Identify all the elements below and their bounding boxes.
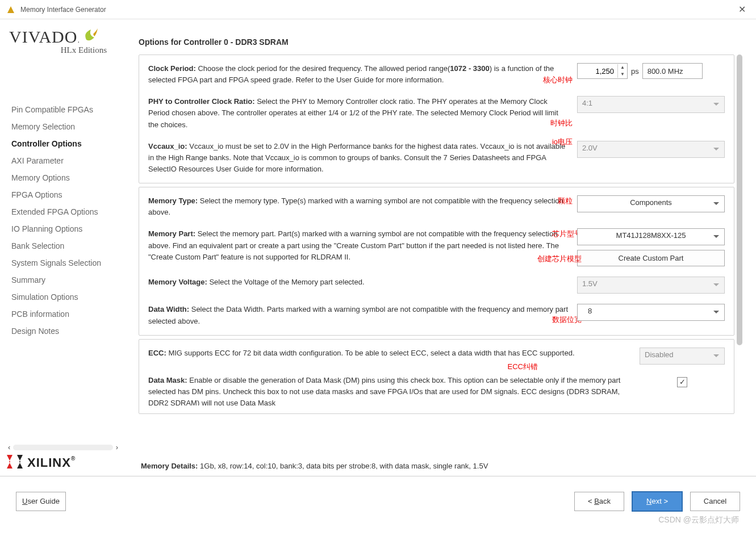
app-icon bbox=[6, 5, 16, 15]
clock-period-input[interactable] bbox=[578, 65, 617, 78]
data-mask-checkbox[interactable]: ✓ bbox=[677, 377, 687, 387]
ecc-select[interactable]: Disabled bbox=[640, 348, 725, 365]
chevron-right-icon[interactable]: › bbox=[115, 443, 119, 451]
clock-period-spinner[interactable]: ▲▼ bbox=[577, 63, 628, 79]
scrollbar-thumb[interactable] bbox=[737, 55, 742, 345]
spin-up-icon[interactable]: ▲ bbox=[618, 64, 627, 71]
create-custom-part-button[interactable]: Create Custom Part bbox=[577, 250, 725, 266]
annot-custom-part: 创建芯片模型 bbox=[537, 253, 582, 265]
annot-phy: 时钟比 bbox=[550, 118, 573, 129]
cancel-button[interactable]: Cancel bbox=[690, 492, 740, 511]
nav-design-notes[interactable]: Design Notes bbox=[7, 324, 119, 338]
sidebar-hscroll[interactable]: ‹ › bbox=[7, 443, 119, 451]
memory-details: Memory Details: 1Gb, x8, row:14, col:10,… bbox=[139, 462, 742, 470]
nav-bank-selection[interactable]: Bank Selection bbox=[7, 239, 119, 253]
user-guide-button[interactable]: User Guide bbox=[16, 492, 66, 511]
panel-ecc-datamask: ECC: MIG supports ECC for 72 bit data wi… bbox=[139, 339, 734, 414]
clock-period-label: Clock Period: bbox=[148, 64, 196, 73]
panel-clock-phy-vccaux: Clock Period: Choose the clock period fo… bbox=[139, 55, 734, 183]
data-width-label: Data Width: bbox=[148, 305, 189, 313]
nav-simulation-options[interactable]: Simulation Options bbox=[7, 290, 119, 304]
memory-type-label: Memory Type: bbox=[148, 196, 198, 205]
nav-summary[interactable]: Summary bbox=[7, 273, 119, 287]
window-title: Memory Interface Generator bbox=[20, 6, 106, 14]
data-width-select[interactable]: 8 bbox=[577, 304, 725, 321]
titlebar: Memory Interface Generator ✕ bbox=[0, 0, 756, 19]
page-title: Options for Controller 0 - DDR3 SDRAM bbox=[139, 37, 742, 47]
nav-extended-fpga-options[interactable]: Extended FPGA Options bbox=[7, 205, 119, 219]
annot-ecc: ECC纠错 bbox=[508, 361, 538, 373]
memory-type-select[interactable]: Components bbox=[577, 195, 725, 212]
vivado-logo: VIVADO. HLx Editions bbox=[9, 27, 119, 55]
sidebar: VIVADO. HLx Editions Pin Compatible FPGA… bbox=[0, 19, 125, 476]
vccaux-select[interactable]: 2.0V bbox=[577, 141, 725, 158]
memory-part-label: Memory Part: bbox=[148, 229, 195, 238]
close-icon[interactable]: ✕ bbox=[734, 2, 750, 17]
back-button[interactable]: < Back bbox=[574, 492, 624, 511]
nav-list: Pin Compatible FPGAs Memory Selection Co… bbox=[7, 103, 119, 338]
annot-vccaux: io电压 bbox=[552, 136, 573, 148]
data-mask-label: Data Mask: bbox=[148, 376, 187, 384]
panel-memory: Memory Type: Select the memory type. Typ… bbox=[139, 187, 734, 336]
phy-ratio-select[interactable]: 4:1 bbox=[577, 96, 725, 113]
spin-down-icon[interactable]: ▼ bbox=[618, 71, 627, 78]
nav-memory-options[interactable]: Memory Options bbox=[7, 171, 119, 185]
chevron-left-icon[interactable]: ‹ bbox=[7, 443, 11, 451]
nav-system-signals-selection[interactable]: System Signals Selection bbox=[7, 256, 119, 270]
nav-axi-parameter[interactable]: AXI Parameter bbox=[7, 154, 119, 168]
memory-voltage-select[interactable]: 1.5V bbox=[577, 277, 725, 294]
ecc-label: ECC: bbox=[148, 349, 166, 357]
nav-pin-compatible-fpgas[interactable]: Pin Compatible FPGAs bbox=[7, 103, 119, 116]
clock-period-unit: ps bbox=[631, 67, 639, 76]
annot-memtype: 颗粒 bbox=[558, 195, 573, 207]
footer: User Guide < Back Next > Cancel bbox=[0, 476, 756, 526]
phy-ratio-label: PHY to Controller Clock Ratio: bbox=[148, 97, 255, 106]
nav-fpga-options[interactable]: FPGA Options bbox=[7, 188, 119, 202]
next-button[interactable]: Next > bbox=[632, 492, 682, 511]
nav-pcb-information[interactable]: PCB information bbox=[7, 307, 119, 321]
nav-io-planning-options[interactable]: IO Planning Options bbox=[7, 222, 119, 236]
vccaux-label: Vccaux_io: bbox=[148, 142, 187, 150]
memory-voltage-label: Memory Voltage: bbox=[148, 278, 207, 286]
nav-memory-selection[interactable]: Memory Selection bbox=[7, 120, 119, 133]
content: Options for Controller 0 - DDR3 SDRAM Cl… bbox=[125, 19, 756, 476]
annot-clock: 核心时钟 bbox=[543, 74, 573, 86]
clock-frequency-display: 800.0 MHz bbox=[642, 63, 703, 79]
memory-part-select[interactable]: MT41J128M8XX-125 bbox=[577, 228, 725, 245]
xilinx-logo: XILINX® bbox=[7, 455, 119, 470]
nav-controller-options[interactable]: Controller Options bbox=[7, 137, 119, 150]
